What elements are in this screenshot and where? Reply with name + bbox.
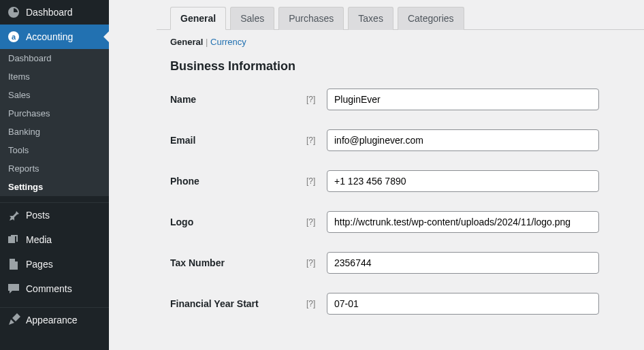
menu-pages[interactable]: Pages [0,252,109,276]
input-phone[interactable] [327,170,599,192]
label-financial-year-start: Financial Year Start [170,298,306,309]
submenu-item-sales[interactable]: Sales [0,86,109,104]
tab-taxes[interactable]: Taxes [348,7,393,30]
label-email: Email [170,135,306,146]
submenu-item-dashboard[interactable]: Dashboard [0,49,109,67]
row-tax-number: Tax Number [?] [170,242,630,283]
tab-purchases[interactable]: Purchases [278,7,344,30]
label-logo: Logo [170,217,306,227]
input-financial-year-start[interactable] [327,293,599,315]
row-phone: Phone [?] [170,161,630,202]
subnav-general[interactable]: General [170,37,203,47]
accounting-submenu: DashboardItemsSalesPurchasesBankingTools… [0,49,109,196]
menu-appearance-label: Appearance [26,315,78,325]
submenu-item-items[interactable]: Items [0,67,109,86]
tab-general[interactable]: General [170,7,226,30]
help-icon[interactable]: [?] [306,217,327,227]
tab-sales[interactable]: Sales [230,7,274,30]
dashboard-icon [7,5,20,19]
accounting-icon: a [7,30,20,44]
input-logo[interactable] [327,211,599,233]
menu-media[interactable]: Media [0,227,109,252]
help-icon[interactable]: [?] [306,176,327,186]
menu-accounting-label: Accounting [26,31,73,42]
menu-appearance[interactable]: Appearance [0,308,109,332]
menu-media-label: Media [26,234,52,245]
submenu-item-purchases[interactable]: Purchases [0,104,109,123]
input-name[interactable] [327,89,599,110]
svg-text:a: a [12,33,16,41]
menu-posts[interactable]: Posts [0,203,109,227]
admin-sidebar: Dashboard a Accounting DashboardItemsSal… [0,0,109,350]
help-icon[interactable]: [?] [306,299,327,308]
submenu-item-settings[interactable]: Settings [0,178,109,196]
settings-form: Name [?] Email [?] Phone [?] Logo [?] Ta… [109,79,644,324]
appearance-icon [7,313,20,327]
help-icon[interactable]: [?] [306,95,327,104]
pages-icon [7,257,20,271]
row-logo: Logo [?] [170,202,630,242]
pin-icon [7,208,20,222]
menu-pages-label: Pages [26,259,53,270]
label-name: Name [170,94,306,105]
menu-posts-label: Posts [26,210,50,221]
help-icon[interactable]: [?] [306,258,327,268]
input-email[interactable] [327,129,599,151]
input-tax-number[interactable] [327,252,599,274]
submenu-item-banking[interactable]: Banking [0,123,109,141]
settings-tabs: GeneralSalesPurchasesTaxesCategories [157,7,644,30]
row-email: Email [?] [170,120,630,161]
menu-dashboard[interactable]: Dashboard [0,0,109,25]
tab-categories[interactable]: Categories [398,7,464,30]
subnav-currency[interactable]: Currency [210,37,246,47]
main-content: GeneralSalesPurchasesTaxesCategories Gen… [109,0,644,350]
row-financial-year-start: Financial Year Start [?] [170,283,630,324]
comments-icon [7,282,20,296]
menu-comments-label: Comments [26,283,72,294]
menu-comments[interactable]: Comments [0,276,109,301]
section-title: Business Information [109,47,644,79]
subnav-divider: | [206,37,210,47]
submenu-item-reports[interactable]: Reports [0,159,109,178]
menu-accounting[interactable]: a Accounting [0,25,109,49]
row-name: Name [?] [170,79,630,120]
submenu-item-tools[interactable]: Tools [0,141,109,159]
label-tax-number: Tax Number [170,257,306,268]
help-icon[interactable]: [?] [306,136,327,145]
settings-subnav: General | Currency [109,30,644,47]
media-icon [7,233,20,246]
menu-dashboard-label: Dashboard [26,7,73,18]
label-phone: Phone [170,176,306,187]
